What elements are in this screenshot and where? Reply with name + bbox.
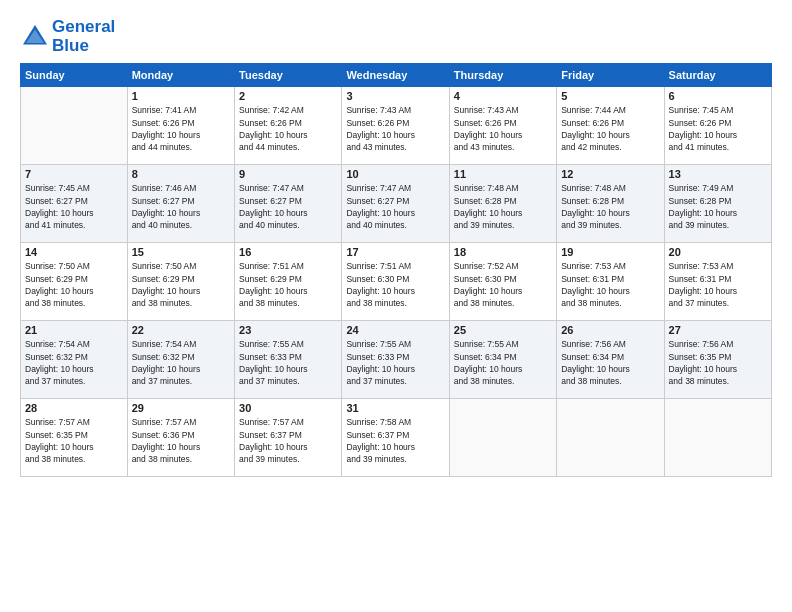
cell-info: Sunrise: 7:46 AM Sunset: 6:27 PM Dayligh… [132, 182, 230, 231]
cell-info: Sunrise: 7:56 AM Sunset: 6:35 PM Dayligh… [669, 338, 767, 387]
calendar-cell: 27Sunrise: 7:56 AM Sunset: 6:35 PM Dayli… [664, 321, 771, 399]
day-number: 18 [454, 246, 552, 258]
day-number: 29 [132, 402, 230, 414]
calendar-cell: 22Sunrise: 7:54 AM Sunset: 6:32 PM Dayli… [127, 321, 234, 399]
calendar-cell: 21Sunrise: 7:54 AM Sunset: 6:32 PM Dayli… [21, 321, 128, 399]
cell-info: Sunrise: 7:45 AM Sunset: 6:27 PM Dayligh… [25, 182, 123, 231]
calendar-cell: 14Sunrise: 7:50 AM Sunset: 6:29 PM Dayli… [21, 243, 128, 321]
weekday-header-tuesday: Tuesday [235, 64, 342, 87]
calendar-cell: 3Sunrise: 7:43 AM Sunset: 6:26 PM Daylig… [342, 87, 449, 165]
cell-info: Sunrise: 7:45 AM Sunset: 6:26 PM Dayligh… [669, 104, 767, 153]
cell-info: Sunrise: 7:57 AM Sunset: 6:37 PM Dayligh… [239, 416, 337, 465]
day-number: 21 [25, 324, 123, 336]
calendar-cell: 28Sunrise: 7:57 AM Sunset: 6:35 PM Dayli… [21, 399, 128, 477]
cell-info: Sunrise: 7:55 AM Sunset: 6:34 PM Dayligh… [454, 338, 552, 387]
day-number: 12 [561, 168, 659, 180]
logo: General Blue [20, 18, 115, 55]
cell-info: Sunrise: 7:57 AM Sunset: 6:35 PM Dayligh… [25, 416, 123, 465]
weekday-header-thursday: Thursday [449, 64, 556, 87]
day-number: 15 [132, 246, 230, 258]
cell-info: Sunrise: 7:48 AM Sunset: 6:28 PM Dayligh… [561, 182, 659, 231]
day-number: 22 [132, 324, 230, 336]
calendar-cell [21, 87, 128, 165]
week-row-1: 1Sunrise: 7:41 AM Sunset: 6:26 PM Daylig… [21, 87, 772, 165]
cell-info: Sunrise: 7:49 AM Sunset: 6:28 PM Dayligh… [669, 182, 767, 231]
cell-info: Sunrise: 7:57 AM Sunset: 6:36 PM Dayligh… [132, 416, 230, 465]
day-number: 31 [346, 402, 444, 414]
cell-info: Sunrise: 7:54 AM Sunset: 6:32 PM Dayligh… [132, 338, 230, 387]
week-row-4: 21Sunrise: 7:54 AM Sunset: 6:32 PM Dayli… [21, 321, 772, 399]
day-number: 5 [561, 90, 659, 102]
calendar-cell: 15Sunrise: 7:50 AM Sunset: 6:29 PM Dayli… [127, 243, 234, 321]
weekday-header-wednesday: Wednesday [342, 64, 449, 87]
day-number: 4 [454, 90, 552, 102]
calendar-cell: 26Sunrise: 7:56 AM Sunset: 6:34 PM Dayli… [557, 321, 664, 399]
day-number: 17 [346, 246, 444, 258]
day-number: 13 [669, 168, 767, 180]
cell-info: Sunrise: 7:47 AM Sunset: 6:27 PM Dayligh… [239, 182, 337, 231]
calendar-table: SundayMondayTuesdayWednesdayThursdayFrid… [20, 63, 772, 477]
calendar-cell: 23Sunrise: 7:55 AM Sunset: 6:33 PM Dayli… [235, 321, 342, 399]
calendar-cell: 6Sunrise: 7:45 AM Sunset: 6:26 PM Daylig… [664, 87, 771, 165]
calendar-cell: 18Sunrise: 7:52 AM Sunset: 6:30 PM Dayli… [449, 243, 556, 321]
cell-info: Sunrise: 7:42 AM Sunset: 6:26 PM Dayligh… [239, 104, 337, 153]
calendar-cell: 4Sunrise: 7:43 AM Sunset: 6:26 PM Daylig… [449, 87, 556, 165]
day-number: 19 [561, 246, 659, 258]
calendar-cell: 10Sunrise: 7:47 AM Sunset: 6:27 PM Dayli… [342, 165, 449, 243]
day-number: 24 [346, 324, 444, 336]
week-row-5: 28Sunrise: 7:57 AM Sunset: 6:35 PM Dayli… [21, 399, 772, 477]
calendar-cell: 12Sunrise: 7:48 AM Sunset: 6:28 PM Dayli… [557, 165, 664, 243]
day-number: 27 [669, 324, 767, 336]
day-number: 8 [132, 168, 230, 180]
cell-info: Sunrise: 7:52 AM Sunset: 6:30 PM Dayligh… [454, 260, 552, 309]
calendar-cell [664, 399, 771, 477]
cell-info: Sunrise: 7:50 AM Sunset: 6:29 PM Dayligh… [25, 260, 123, 309]
cell-info: Sunrise: 7:56 AM Sunset: 6:34 PM Dayligh… [561, 338, 659, 387]
day-number: 30 [239, 402, 337, 414]
day-number: 2 [239, 90, 337, 102]
header: General Blue [20, 18, 772, 55]
calendar-cell: 30Sunrise: 7:57 AM Sunset: 6:37 PM Dayli… [235, 399, 342, 477]
calendar-cell: 25Sunrise: 7:55 AM Sunset: 6:34 PM Dayli… [449, 321, 556, 399]
cell-info: Sunrise: 7:41 AM Sunset: 6:26 PM Dayligh… [132, 104, 230, 153]
weekday-header-saturday: Saturday [664, 64, 771, 87]
cell-info: Sunrise: 7:53 AM Sunset: 6:31 PM Dayligh… [561, 260, 659, 309]
calendar-cell: 24Sunrise: 7:55 AM Sunset: 6:33 PM Dayli… [342, 321, 449, 399]
logo-text: General Blue [52, 18, 115, 55]
calendar-cell: 31Sunrise: 7:58 AM Sunset: 6:37 PM Dayli… [342, 399, 449, 477]
calendar-cell: 11Sunrise: 7:48 AM Sunset: 6:28 PM Dayli… [449, 165, 556, 243]
calendar-cell [557, 399, 664, 477]
cell-info: Sunrise: 7:58 AM Sunset: 6:37 PM Dayligh… [346, 416, 444, 465]
calendar-cell: 13Sunrise: 7:49 AM Sunset: 6:28 PM Dayli… [664, 165, 771, 243]
weekday-header-sunday: Sunday [21, 64, 128, 87]
cell-info: Sunrise: 7:55 AM Sunset: 6:33 PM Dayligh… [346, 338, 444, 387]
cell-info: Sunrise: 7:44 AM Sunset: 6:26 PM Dayligh… [561, 104, 659, 153]
week-row-3: 14Sunrise: 7:50 AM Sunset: 6:29 PM Dayli… [21, 243, 772, 321]
page: General Blue SundayMondayTuesdayWednesda… [0, 0, 792, 612]
logo-icon [20, 22, 50, 52]
weekday-header-friday: Friday [557, 64, 664, 87]
cell-info: Sunrise: 7:43 AM Sunset: 6:26 PM Dayligh… [346, 104, 444, 153]
calendar-cell: 5Sunrise: 7:44 AM Sunset: 6:26 PM Daylig… [557, 87, 664, 165]
calendar-cell: 19Sunrise: 7:53 AM Sunset: 6:31 PM Dayli… [557, 243, 664, 321]
calendar-cell: 2Sunrise: 7:42 AM Sunset: 6:26 PM Daylig… [235, 87, 342, 165]
day-number: 9 [239, 168, 337, 180]
day-number: 26 [561, 324, 659, 336]
calendar-cell [449, 399, 556, 477]
cell-info: Sunrise: 7:55 AM Sunset: 6:33 PM Dayligh… [239, 338, 337, 387]
calendar-cell: 7Sunrise: 7:45 AM Sunset: 6:27 PM Daylig… [21, 165, 128, 243]
day-number: 14 [25, 246, 123, 258]
weekday-header-monday: Monday [127, 64, 234, 87]
calendar-cell: 8Sunrise: 7:46 AM Sunset: 6:27 PM Daylig… [127, 165, 234, 243]
day-number: 1 [132, 90, 230, 102]
day-number: 11 [454, 168, 552, 180]
day-number: 25 [454, 324, 552, 336]
cell-info: Sunrise: 7:50 AM Sunset: 6:29 PM Dayligh… [132, 260, 230, 309]
day-number: 23 [239, 324, 337, 336]
week-row-2: 7Sunrise: 7:45 AM Sunset: 6:27 PM Daylig… [21, 165, 772, 243]
calendar-cell: 1Sunrise: 7:41 AM Sunset: 6:26 PM Daylig… [127, 87, 234, 165]
day-number: 7 [25, 168, 123, 180]
cell-info: Sunrise: 7:51 AM Sunset: 6:30 PM Dayligh… [346, 260, 444, 309]
weekday-header-row: SundayMondayTuesdayWednesdayThursdayFrid… [21, 64, 772, 87]
day-number: 20 [669, 246, 767, 258]
